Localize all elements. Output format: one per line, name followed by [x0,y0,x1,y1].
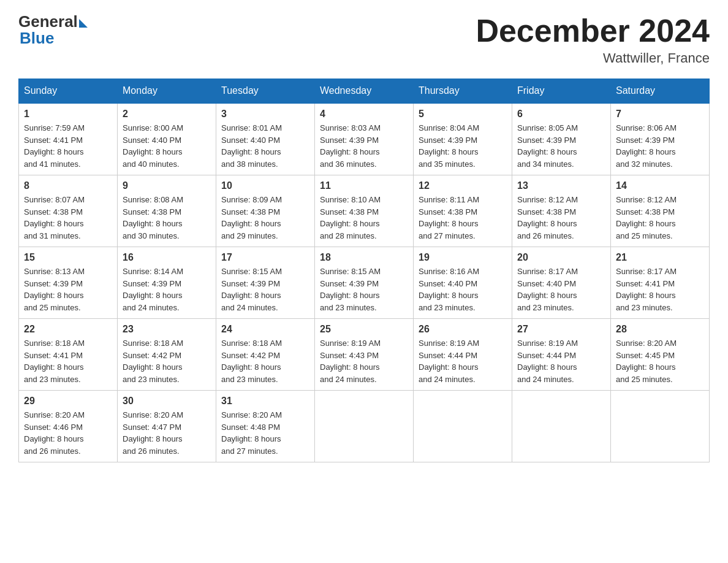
day-number: 5 [419,109,507,120]
day-number: 9 [123,180,211,191]
calendar-cell: 19 Sunrise: 8:16 AM Sunset: 4:40 PM Dayl… [414,247,512,319]
day-info: Sunrise: 8:17 AM Sunset: 4:40 PM Dayligh… [517,266,605,313]
logo: General Blue [18,12,89,48]
calendar-cell: 17 Sunrise: 8:15 AM Sunset: 4:39 PM Dayl… [216,247,315,319]
day-number: 23 [123,324,211,335]
day-number: 1 [24,109,112,120]
week-row-2: 8 Sunrise: 8:07 AM Sunset: 4:38 PM Dayli… [19,175,710,247]
day-info: Sunrise: 8:20 AM Sunset: 4:46 PM Dayligh… [24,409,112,457]
calendar-cell: 15 Sunrise: 8:13 AM Sunset: 4:39 PM Dayl… [19,247,118,319]
calendar-cell: 11 Sunrise: 8:10 AM Sunset: 4:38 PM Dayl… [315,175,414,247]
day-number: 31 [221,396,309,407]
day-info: Sunrise: 8:10 AM Sunset: 4:38 PM Dayligh… [320,194,408,242]
day-number: 17 [221,252,309,263]
day-info: Sunrise: 8:06 AM Sunset: 4:39 PM Dayligh… [616,122,704,170]
day-number: 11 [320,180,408,191]
day-info: Sunrise: 8:05 AM Sunset: 4:39 PM Dayligh… [517,122,605,170]
day-number: 7 [616,109,704,120]
day-number: 4 [320,109,408,120]
day-number: 24 [221,324,309,335]
calendar-cell: 3 Sunrise: 8:01 AM Sunset: 4:40 PM Dayli… [216,103,315,175]
calendar-cell: 2 Sunrise: 8:00 AM Sunset: 4:40 PM Dayli… [118,103,216,175]
col-friday: Friday [512,79,611,104]
week-row-3: 15 Sunrise: 8:13 AM Sunset: 4:39 PM Dayl… [19,247,710,319]
day-info: Sunrise: 8:19 AM Sunset: 4:44 PM Dayligh… [517,337,605,385]
day-number: 21 [616,252,704,263]
calendar-cell [611,391,710,462]
calendar-cell: 30 Sunrise: 8:20 AM Sunset: 4:47 PM Dayl… [118,391,216,462]
day-number: 12 [419,180,507,191]
day-info: Sunrise: 8:20 AM Sunset: 4:45 PM Dayligh… [616,337,704,385]
col-wednesday: Wednesday [315,79,414,104]
day-info: Sunrise: 8:11 AM Sunset: 4:38 PM Dayligh… [419,194,507,242]
week-row-4: 22 Sunrise: 8:18 AM Sunset: 4:41 PM Dayl… [19,319,710,391]
day-info: Sunrise: 8:12 AM Sunset: 4:38 PM Dayligh… [616,194,704,242]
day-number: 27 [517,324,605,335]
day-info: Sunrise: 8:08 AM Sunset: 4:38 PM Dayligh… [123,194,211,242]
logo-arrow-icon [79,19,88,28]
calendar-cell: 24 Sunrise: 8:18 AM Sunset: 4:42 PM Dayl… [216,319,315,391]
calendar-table: Sunday Monday Tuesday Wednesday Thursday… [18,79,710,462]
day-info: Sunrise: 8:09 AM Sunset: 4:38 PM Dayligh… [221,194,309,242]
day-info: Sunrise: 8:07 AM Sunset: 4:38 PM Dayligh… [24,194,112,242]
day-info: Sunrise: 8:12 AM Sunset: 4:38 PM Dayligh… [517,194,605,242]
calendar-cell: 9 Sunrise: 8:08 AM Sunset: 4:38 PM Dayli… [118,175,216,247]
day-number: 10 [221,180,309,191]
day-number: 25 [320,324,408,335]
day-info: Sunrise: 8:18 AM Sunset: 4:42 PM Dayligh… [123,337,211,385]
day-number: 19 [419,252,507,263]
week-row-1: 1 Sunrise: 7:59 AM Sunset: 4:41 PM Dayli… [19,103,710,175]
day-number: 26 [419,324,507,335]
calendar-cell: 31 Sunrise: 8:20 AM Sunset: 4:48 PM Dayl… [216,391,315,462]
calendar-cell [512,391,611,462]
calendar-cell: 14 Sunrise: 8:12 AM Sunset: 4:38 PM Dayl… [611,175,710,247]
calendar-cell: 27 Sunrise: 8:19 AM Sunset: 4:44 PM Dayl… [512,319,611,391]
day-info: Sunrise: 8:16 AM Sunset: 4:40 PM Dayligh… [419,266,507,313]
col-saturday: Saturday [611,79,710,104]
calendar-cell: 12 Sunrise: 8:11 AM Sunset: 4:38 PM Dayl… [414,175,512,247]
calendar-cell: 29 Sunrise: 8:20 AM Sunset: 4:46 PM Dayl… [19,391,118,462]
calendar-cell: 21 Sunrise: 8:17 AM Sunset: 4:41 PM Dayl… [611,247,710,319]
day-number: 3 [221,109,309,120]
day-info: Sunrise: 8:15 AM Sunset: 4:39 PM Dayligh… [221,266,309,313]
day-info: Sunrise: 8:18 AM Sunset: 4:42 PM Dayligh… [221,337,309,385]
day-info: Sunrise: 8:17 AM Sunset: 4:41 PM Dayligh… [616,266,704,313]
month-title: December 2024 [476,12,710,49]
day-number: 20 [517,252,605,263]
day-number: 15 [24,252,112,263]
calendar-cell: 7 Sunrise: 8:06 AM Sunset: 4:39 PM Dayli… [611,103,710,175]
location-text: Wattwiller, France [476,50,710,66]
calendar-cell: 18 Sunrise: 8:15 AM Sunset: 4:39 PM Dayl… [315,247,414,319]
col-tuesday: Tuesday [216,79,315,104]
day-number: 28 [616,324,704,335]
day-info: Sunrise: 8:04 AM Sunset: 4:39 PM Dayligh… [419,122,507,170]
day-info: Sunrise: 8:03 AM Sunset: 4:39 PM Dayligh… [320,122,408,170]
day-info: Sunrise: 8:14 AM Sunset: 4:39 PM Dayligh… [123,266,211,313]
day-number: 22 [24,324,112,335]
calendar-cell: 23 Sunrise: 8:18 AM Sunset: 4:42 PM Dayl… [118,319,216,391]
calendar-cell: 4 Sunrise: 8:03 AM Sunset: 4:39 PM Dayli… [315,103,414,175]
day-number: 6 [517,109,605,120]
day-info: Sunrise: 8:20 AM Sunset: 4:47 PM Dayligh… [123,409,211,457]
logo-blue-text: Blue [18,29,54,48]
day-info: Sunrise: 8:19 AM Sunset: 4:43 PM Dayligh… [320,337,408,385]
calendar-cell: 6 Sunrise: 8:05 AM Sunset: 4:39 PM Dayli… [512,103,611,175]
calendar-cell: 8 Sunrise: 8:07 AM Sunset: 4:38 PM Dayli… [19,175,118,247]
calendar-cell: 1 Sunrise: 7:59 AM Sunset: 4:41 PM Dayli… [19,103,118,175]
calendar-cell: 20 Sunrise: 8:17 AM Sunset: 4:40 PM Dayl… [512,247,611,319]
calendar-cell: 22 Sunrise: 8:18 AM Sunset: 4:41 PM Dayl… [19,319,118,391]
day-info: Sunrise: 8:19 AM Sunset: 4:44 PM Dayligh… [419,337,507,385]
calendar-header-row: Sunday Monday Tuesday Wednesday Thursday… [19,79,710,104]
day-info: Sunrise: 8:18 AM Sunset: 4:41 PM Dayligh… [24,337,112,385]
col-monday: Monday [118,79,216,104]
day-number: 8 [24,180,112,191]
calendar-cell: 5 Sunrise: 8:04 AM Sunset: 4:39 PM Dayli… [414,103,512,175]
day-info: Sunrise: 8:20 AM Sunset: 4:48 PM Dayligh… [221,409,309,457]
day-number: 29 [24,396,112,407]
day-info: Sunrise: 8:00 AM Sunset: 4:40 PM Dayligh… [123,122,211,170]
day-info: Sunrise: 8:15 AM Sunset: 4:39 PM Dayligh… [320,266,408,313]
calendar-cell [414,391,512,462]
page-header: General Blue December 2024 Wattwiller, F… [18,12,710,66]
day-info: Sunrise: 7:59 AM Sunset: 4:41 PM Dayligh… [24,122,112,170]
day-number: 13 [517,180,605,191]
